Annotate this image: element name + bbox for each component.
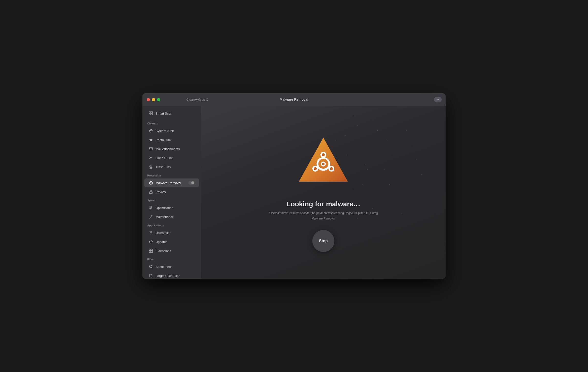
sidebar-item-extensions[interactable]: Extensions bbox=[144, 246, 199, 255]
space-lens-label: Space Lens bbox=[156, 265, 172, 269]
malware-removal-label: Malware Removal bbox=[156, 181, 181, 185]
trash-bins-icon bbox=[149, 165, 153, 169]
itunes-junk-icon bbox=[149, 156, 153, 160]
system-junk-icon bbox=[149, 129, 153, 133]
svg-line-24 bbox=[152, 267, 153, 268]
sidebar-item-mail-attachments[interactable]: Mail Attachments bbox=[144, 144, 199, 153]
svg-point-5 bbox=[150, 130, 152, 131]
svg-rect-2 bbox=[149, 114, 151, 115]
space-lens-icon bbox=[149, 264, 153, 269]
itunes-junk-label: iTunes Junk bbox=[156, 156, 173, 160]
sidebar: Smart Scan CleanupSystem JunkPhoto JunkM… bbox=[142, 106, 201, 279]
sidebar-item-optimization[interactable]: Optimization bbox=[144, 203, 199, 212]
sidebar-section-speed: Speed bbox=[142, 197, 201, 203]
particle-dot bbox=[372, 120, 373, 121]
system-junk-label: System Junk bbox=[156, 129, 174, 133]
svg-point-36 bbox=[330, 167, 333, 170]
particle-dot bbox=[421, 174, 422, 175]
sidebar-sections: CleanupSystem JunkPhoto JunkMail Attachm… bbox=[142, 120, 201, 279]
large-old-files-icon bbox=[149, 274, 153, 278]
uninstaller-label: Uninstaller bbox=[156, 231, 170, 235]
svg-point-32 bbox=[322, 163, 325, 165]
sidebar-item-photo-junk[interactable]: Photo Junk bbox=[144, 135, 199, 144]
updater-label: Updater bbox=[156, 240, 167, 244]
svg-rect-0 bbox=[149, 112, 151, 113]
svg-point-38 bbox=[314, 167, 317, 170]
sidebar-section-protection: Protection bbox=[142, 172, 201, 178]
scan-module-text: Malware Removal bbox=[312, 217, 335, 220]
svg-point-15 bbox=[151, 206, 152, 207]
sidebar-item-smart-scan[interactable]: Smart Scan bbox=[144, 109, 199, 118]
particle-dot bbox=[350, 228, 351, 228]
particle-dot bbox=[372, 208, 373, 209]
mail-attachments-icon bbox=[149, 147, 153, 151]
sidebar-section-files: Files bbox=[142, 255, 201, 262]
maintenance-label: Maintenance bbox=[156, 215, 174, 219]
stop-button[interactable]: Stop bbox=[312, 230, 334, 252]
particle-dot bbox=[416, 160, 417, 160]
svg-text:☣: ☣ bbox=[150, 182, 152, 184]
trash-bins-label: Trash Bins bbox=[156, 165, 171, 169]
sidebar-item-large-old-files[interactable]: Large & Old Files bbox=[144, 271, 199, 279]
svg-rect-1 bbox=[151, 112, 153, 113]
app-window: CleanMyMac X Malware Removal Sma bbox=[142, 93, 446, 279]
photo-junk-icon bbox=[149, 138, 153, 142]
minimize-button[interactable] bbox=[152, 98, 155, 101]
smart-scan-icon bbox=[149, 111, 153, 116]
particle-dot bbox=[360, 145, 360, 145]
particle-dot bbox=[340, 199, 341, 199]
sidebar-item-malware-removal[interactable]: ☣Malware Removal bbox=[144, 178, 199, 187]
particle-dot bbox=[382, 179, 382, 179]
particle-dot bbox=[397, 199, 397, 199]
particle-dot bbox=[367, 169, 368, 170]
sidebar-item-updater[interactable]: Updater bbox=[144, 237, 199, 246]
particle-dot bbox=[353, 116, 353, 116]
svg-rect-21 bbox=[149, 251, 151, 252]
particle-dot bbox=[377, 130, 378, 131]
extensions-label: Extensions bbox=[156, 249, 171, 253]
particle-dot bbox=[392, 155, 392, 155]
svg-point-16 bbox=[150, 208, 151, 209]
particle-dot bbox=[411, 145, 412, 145]
svg-rect-10 bbox=[149, 192, 152, 194]
svg-point-34 bbox=[322, 153, 325, 156]
main-content: Looking for malware… /Users/immovero/Dow… bbox=[201, 106, 446, 279]
sidebar-item-uninstaller[interactable]: Uninstaller bbox=[144, 228, 199, 237]
optimization-label: Optimization bbox=[156, 206, 173, 210]
svg-rect-19 bbox=[149, 249, 151, 251]
content-area: Smart Scan CleanupSystem JunkPhoto JunkM… bbox=[142, 106, 446, 279]
traffic-lights bbox=[147, 98, 160, 101]
maintenance-icon bbox=[149, 215, 153, 219]
particle-dot bbox=[380, 150, 380, 150]
sidebar-item-maintenance[interactable]: Maintenance bbox=[144, 212, 199, 221]
more-options-button[interactable] bbox=[434, 97, 442, 102]
particle-dot bbox=[353, 189, 353, 189]
window-title: Malware Removal bbox=[280, 98, 308, 101]
svg-rect-22 bbox=[151, 251, 153, 252]
title-bar: CleanMyMac X Malware Removal bbox=[142, 93, 446, 106]
particle-dot bbox=[358, 218, 358, 219]
maximize-button[interactable] bbox=[157, 98, 160, 101]
sidebar-section-applications: Applications bbox=[142, 221, 201, 228]
sidebar-item-privacy[interactable]: Privacy bbox=[144, 187, 199, 196]
privacy-icon bbox=[149, 190, 153, 194]
optimization-icon bbox=[149, 206, 153, 210]
particle-dot bbox=[365, 164, 365, 165]
privacy-label: Privacy bbox=[156, 190, 166, 194]
mail-attachments-label: Mail Attachments bbox=[156, 147, 180, 151]
particle-dot bbox=[387, 140, 387, 141]
svg-rect-6 bbox=[149, 148, 153, 150]
sidebar-item-space-lens[interactable]: Space Lens bbox=[144, 262, 199, 271]
sidebar-item-system-junk[interactable]: System Junk bbox=[144, 126, 199, 135]
particle-dot bbox=[358, 125, 358, 126]
svg-line-17 bbox=[150, 216, 151, 218]
particle-dot bbox=[402, 213, 402, 214]
photo-junk-label: Photo Junk bbox=[156, 138, 171, 142]
header-actions bbox=[434, 97, 442, 102]
close-button[interactable] bbox=[147, 98, 150, 101]
sidebar-item-itunes-junk[interactable]: iTunes Junk bbox=[144, 153, 199, 162]
sidebar-item-trash-bins[interactable]: Trash Bins bbox=[144, 163, 199, 171]
svg-rect-20 bbox=[151, 249, 153, 251]
scan-path-text: /Users/immovero/Downloads/fat-jbe-paymen… bbox=[269, 211, 378, 215]
malware-removal-toggle[interactable] bbox=[188, 181, 195, 185]
